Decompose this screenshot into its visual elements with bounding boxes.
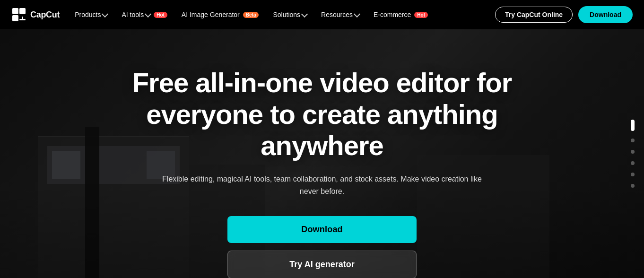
beta-badge: Beta <box>243 12 259 18</box>
logo[interactable]: CapCut <box>11 7 60 22</box>
scroll-dot-products <box>631 139 635 142</box>
chevron-down-icon <box>145 10 151 17</box>
hot-badge-ecommerce: Hot <box>414 12 428 18</box>
hot-badge: Hot <box>154 12 167 18</box>
scroll-navigation <box>631 120 635 188</box>
nav-item-products[interactable]: Products <box>68 0 114 29</box>
hero-section: Free all-in-one video editor for everyon… <box>0 29 644 278</box>
scroll-dot-ai-tools <box>631 150 635 154</box>
nav-download-button[interactable]: Download <box>578 6 633 23</box>
chevron-down-icon <box>102 10 108 17</box>
logo-icon <box>11 7 26 22</box>
scroll-dot-solutions <box>631 161 635 165</box>
hero-title: Free all-in-one video editor for everyon… <box>109 67 535 162</box>
scroll-dot-pricing <box>631 184 635 188</box>
hero-download-button[interactable]: Download <box>227 216 417 243</box>
svg-rect-4 <box>19 19 26 20</box>
nav-item-ai-image[interactable]: AI Image Generator Beta <box>175 0 266 29</box>
nav-item-ai-tools[interactable]: AI tools Hot <box>115 0 174 29</box>
hero-ai-generator-button[interactable]: Try AI generator <box>227 251 417 278</box>
nav-item-ecommerce[interactable]: E-commerce Hot <box>367 0 435 29</box>
svg-rect-2 <box>12 15 18 21</box>
scroll-dot-templates <box>631 173 635 176</box>
try-capcut-online-button[interactable]: Try CapCut Online <box>495 7 573 23</box>
chevron-down-icon <box>354 10 360 17</box>
scroll-dot-intro <box>631 120 635 131</box>
nav-item-resources[interactable]: Resources <box>314 0 366 29</box>
logo-text: CapCut <box>30 10 60 20</box>
svg-rect-1 <box>19 8 26 14</box>
navbar: CapCut Products AI tools Hot AI Image Ge… <box>0 0 644 29</box>
hero-content: Free all-in-one video editor for everyon… <box>0 29 644 278</box>
svg-rect-0 <box>12 8 18 14</box>
chevron-down-icon <box>301 10 308 17</box>
hero-subtitle: Flexible editing, magical AI tools, team… <box>161 173 483 197</box>
nav-item-solutions[interactable]: Solutions <box>266 0 313 29</box>
